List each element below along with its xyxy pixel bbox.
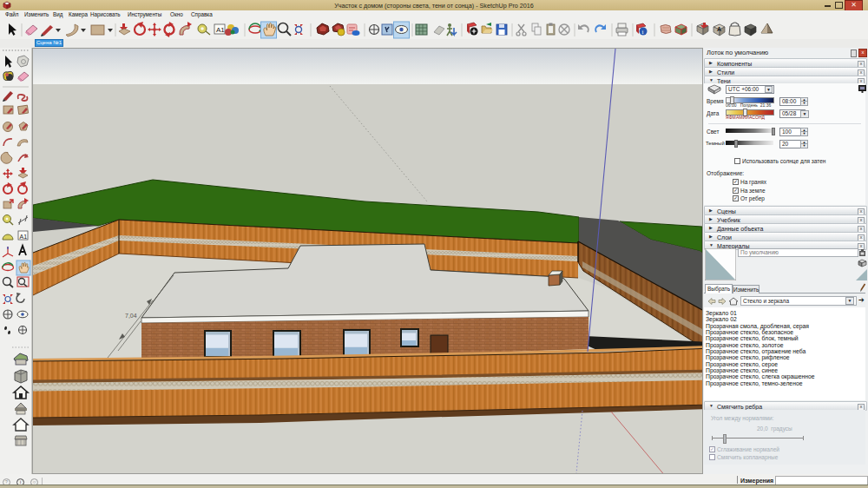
svg-text:A: A (717, 26, 721, 32)
svg-text:A1: A1 (216, 26, 225, 34)
svg-text:7,04: 7,04 (125, 313, 137, 319)
svg-text:i: i (642, 29, 644, 36)
svg-text:A1: A1 (20, 234, 28, 240)
